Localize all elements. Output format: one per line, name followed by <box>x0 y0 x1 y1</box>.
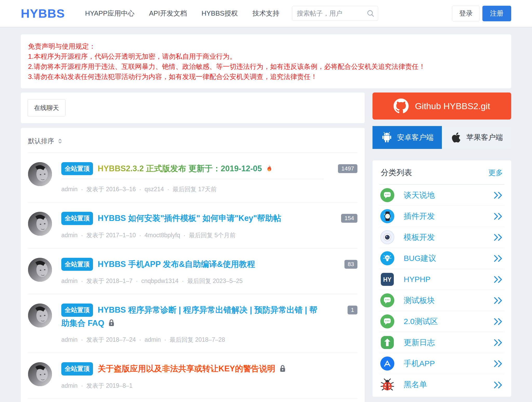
meta-separator: · <box>164 336 166 343</box>
post-title[interactable]: HYBBS 手机APP 发布&自助编译&使用教程 <box>98 260 255 269</box>
avatar[interactable] <box>28 212 52 236</box>
nav-item-hyapp[interactable]: HYAPP应用中心 <box>85 9 135 18</box>
category-label: 黑名单 <box>404 379 427 390</box>
github-button[interactable]: Github HYBBS2.git <box>373 93 511 120</box>
post-meta-item: 最后回复 2018–7–28 <box>170 336 225 343</box>
post-content: 全站置顶HYBBS 如何安装"插件模板" 如何申请"Key"帮助帖admin·发… <box>61 212 357 239</box>
double-chevron-right-icon <box>493 212 503 220</box>
avatar[interactable] <box>28 162 52 186</box>
category-label: BUG建议 <box>404 253 436 264</box>
nav-item-support[interactable]: 技术支持 <box>252 9 280 18</box>
meta-separator: · <box>167 186 169 193</box>
top-nav-bar: HYBBS HYAPP应用中心 API开发文档 HYBBS授权 技术支持 登录 … <box>0 0 532 27</box>
register-button[interactable]: 注册 <box>482 6 511 21</box>
site-logo[interactable]: HYBBS <box>21 6 65 21</box>
appstore-icon <box>380 357 394 371</box>
avatar[interactable] <box>28 304 52 327</box>
post-content: 全站置顶HYBBS 程序异常诊断 | 程序异常出错解决 | 预防异常出错 | 帮… <box>61 304 357 344</box>
search-icon[interactable] <box>367 9 375 17</box>
post-meta-item: qsz214 <box>145 186 164 193</box>
category-item[interactable]: 更新日志 <box>379 332 504 353</box>
double-chevron-right-icon <box>493 191 503 199</box>
category-item[interactable]: 谈天说地 <box>379 185 504 206</box>
category-item[interactable]: 2.0测试区 <box>379 311 504 332</box>
avatar[interactable] <box>28 362 52 386</box>
meta-separator: · <box>81 232 83 239</box>
search-input[interactable] <box>292 6 378 21</box>
post-meta-item: 发表于 2018–1–7 <box>86 278 132 284</box>
post-title[interactable]: 关于盗版应用以及非法共享或转让KEY的警告说明 <box>98 364 275 373</box>
disclaimer-line: 2.请勿将本开源程序用于违法、互联网暴力、铯情、政治敏感、等一切违法行为，如有违… <box>28 62 504 72</box>
meta-separator: · <box>139 232 141 239</box>
github-icon <box>394 98 409 114</box>
pinned-badge: 全站置顶 <box>61 212 93 225</box>
android-client-button[interactable]: 安卓客户端 <box>373 126 442 149</box>
category-more-link[interactable]: 更多 <box>488 168 503 178</box>
category-label: 更新日志 <box>404 337 435 348</box>
post-content: 全站置顶HYBBS2.3.2 正式版发布 更新于：2019-12-05admin… <box>61 162 357 193</box>
android-client-label: 安卓客户端 <box>397 133 434 142</box>
svg-text:m: m <box>386 256 389 259</box>
chat-bubble-icon <box>380 293 394 307</box>
disclaimer-notice: 免责声明与使用规定： 1.本程序为开源程序，代码公开透明无加密，请勿私自用于商业… <box>21 34 511 88</box>
category-label: 2.0测试区 <box>404 316 438 327</box>
category-item[interactable]: 测试板块 <box>379 290 504 311</box>
lock-icon <box>278 364 287 373</box>
lens-icon <box>380 230 394 244</box>
post-author: admin <box>61 232 78 239</box>
sort-label: 默认排序 <box>28 137 54 145</box>
chat-bubble-icon <box>380 314 394 328</box>
category-item[interactable]: 黑名单 <box>379 374 504 395</box>
search-box <box>292 6 378 21</box>
post-meta: admin·发表于 2016–3–16·qsz214·最后回复 17天前 <box>61 185 324 193</box>
post-content: 全站置顶关于盗版应用以及非法共享或转让KEY的警告说明admin·发表于 201… <box>61 362 357 390</box>
post-row: 全站置顶HYBBS 如何安装"插件模板" 如何申请"Key"帮助帖admin·发… <box>28 202 357 248</box>
avatar[interactable] <box>28 258 52 282</box>
category-item[interactable]: 手机APP <box>379 353 504 374</box>
ios-client-label: 苹果客户端 <box>467 133 503 142</box>
sort-order-icon[interactable] <box>57 138 63 144</box>
post-meta: admin·发表于 2018–7–24·admin·最后回复 2018–7–28 <box>61 336 324 344</box>
meta-separator: · <box>81 186 83 193</box>
category-item[interactable]: 模板开发 <box>379 227 504 248</box>
post-meta-item: cnqbpdw1314 <box>141 278 178 284</box>
category-label: 手机APP <box>404 358 435 369</box>
login-button[interactable]: 登录 <box>452 6 480 21</box>
disclaimer-line: 免责声明与使用规定： <box>28 41 504 51</box>
meta-separator: · <box>182 278 184 284</box>
fire-icon <box>265 164 273 173</box>
double-chevron-right-icon <box>493 338 503 347</box>
category-label: HYPHP <box>404 275 430 284</box>
category-header: 分类列表 更多 <box>379 160 504 185</box>
double-chevron-right-icon <box>493 317 503 326</box>
post-author: admin <box>61 278 78 284</box>
meta-separator: · <box>139 186 141 193</box>
ios-client-button[interactable]: 苹果客户端 <box>442 126 511 149</box>
pinned-badge: 全站置顶 <box>61 258 93 271</box>
double-chevron-right-icon <box>493 275 503 284</box>
post-meta-item: 发表于 2019–8–1 <box>86 382 132 389</box>
post-row: 全站置顶HYBBS 手机APP 发布&自助编译&使用教程admin·发表于 20… <box>28 248 357 294</box>
category-item[interactable]: HYHYPHP <box>379 269 504 290</box>
github-button-label: Github HYBBS2.git <box>415 101 490 111</box>
double-chevron-right-icon <box>493 381 503 389</box>
post-title[interactable]: HYBBS2.3.2 正式版发布 更新于：2019-12-05 <box>98 164 262 173</box>
category-title: 分类列表 <box>381 167 412 178</box>
android-icon <box>381 132 393 143</box>
client-download-buttons: 安卓客户端 苹果客户端 <box>373 126 511 149</box>
online-chat-button[interactable]: 在线聊天 <box>28 99 65 116</box>
reply-count-badge: 1 <box>348 306 357 314</box>
nav-item-license[interactable]: HYBBS授权 <box>202 9 238 18</box>
chat-bubble-icon <box>380 188 394 202</box>
post-list-card: 默认排序 全站置顶HYBBS2.3.2 正式版发布 更新于：2019-12-05… <box>21 128 365 402</box>
nav-item-api-docs[interactable]: API开发文档 <box>149 9 187 18</box>
category-label: 模板开发 <box>404 232 435 243</box>
sort-header: 默认排序 <box>28 128 357 153</box>
meta-separator: · <box>81 336 83 343</box>
post-title[interactable]: HYBBS 程序异常诊断 | 程序异常出错解决 | 预防异常出错 | 帮助集合 … <box>61 306 317 328</box>
post-meta-item: admin <box>145 336 161 343</box>
lock-icon <box>107 319 116 327</box>
post-title[interactable]: HYBBS 如何安装"插件模板" 如何申请"Key"帮助帖 <box>98 214 281 223</box>
category-item[interactable]: mBUG建议 <box>379 248 504 269</box>
category-item[interactable]: 插件开发 <box>379 206 504 227</box>
